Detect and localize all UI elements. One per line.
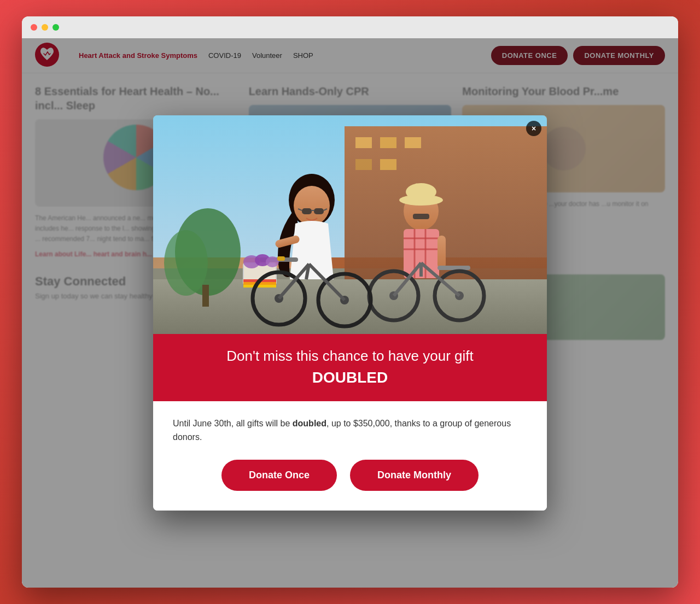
donation-modal: × (153, 115, 547, 510)
modal-buttons: Donate Once Donate Monthly (173, 460, 527, 491)
svg-rect-11 (202, 285, 209, 307)
modal-banner-text: Don't miss this chance to have your gift… (170, 347, 530, 388)
svg-point-14 (406, 183, 436, 201)
browser-window: Heart Attack and Stroke Symptoms COVID-1… (22, 16, 678, 588)
svg-rect-4 (380, 137, 396, 148)
browser-chrome (22, 16, 678, 38)
svg-rect-45 (243, 285, 276, 288)
svg-rect-32 (302, 208, 312, 214)
modal-description-before: Until June 30th, all gifts will be (173, 419, 293, 428)
modal-body: Until June 30th, all gifts will be doubl… (153, 401, 547, 511)
modal-description: Until June 30th, all gifts will be doubl… (173, 417, 527, 444)
website: Heart Attack and Stroke Symptoms COVID-1… (22, 38, 678, 588)
modal-banner-doubled: DOUBLED (170, 368, 530, 388)
donate-once-modal-button[interactable]: Donate Once (221, 460, 337, 491)
svg-point-10 (164, 230, 208, 296)
svg-rect-21 (438, 236, 446, 268)
svg-rect-53 (277, 256, 285, 261)
svg-rect-5 (405, 137, 421, 148)
modal-banner: Don't miss this chance to have your gift… (153, 334, 547, 401)
svg-rect-6 (355, 159, 372, 170)
svg-rect-7 (380, 159, 396, 170)
browser-dot-green[interactable] (52, 24, 59, 31)
modal-description-keyword: doubled (293, 419, 326, 428)
modal-image (153, 115, 547, 334)
svg-rect-33 (314, 208, 324, 214)
modal-image-background (153, 115, 547, 334)
svg-point-31 (294, 186, 330, 225)
donate-monthly-modal-button[interactable]: Donate Monthly (350, 460, 479, 491)
svg-rect-15 (413, 214, 429, 219)
svg-point-42 (266, 256, 279, 267)
svg-rect-22 (438, 266, 470, 270)
browser-dot-yellow[interactable] (42, 24, 48, 31)
svg-rect-3 (355, 137, 372, 148)
modal-overlay: × (22, 38, 678, 588)
browser-dot-red[interactable] (31, 24, 37, 31)
